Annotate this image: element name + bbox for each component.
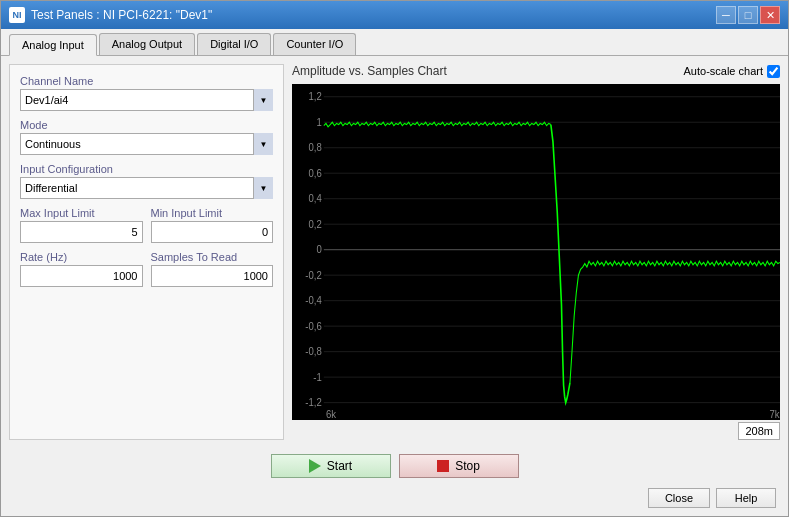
samples-label: Samples To Read: [151, 251, 274, 263]
chart-title: Amplitude vs. Samples Chart: [292, 64, 447, 78]
rate-samples-row: Rate (Hz) Samples To Read: [20, 251, 273, 287]
svg-text:-1: -1: [313, 371, 322, 382]
mode-dropdown-wrapper: Continuous ▼: [20, 133, 273, 155]
svg-text:1: 1: [316, 116, 322, 127]
footer-buttons: Close Help: [1, 484, 788, 516]
chart-svg: 1,2 1 0,8 0,6 0,4 0,2 0 -0,2 -0,4 -0,6 -…: [292, 84, 780, 420]
mode-dropdown[interactable]: Continuous: [20, 133, 273, 155]
close-window-button[interactable]: ✕: [760, 6, 780, 24]
left-panel: Channel Name Dev1/ai4 ▼ Mode Continuous …: [9, 64, 284, 440]
svg-text:-0,8: -0,8: [305, 346, 322, 357]
chart-header: Amplitude vs. Samples Chart Auto-scale c…: [292, 64, 780, 78]
close-button[interactable]: Close: [648, 488, 710, 508]
chart-inner: 1,2 1 0,8 0,6 0,4 0,2 0 -0,2 -0,4 -0,6 -…: [292, 84, 780, 420]
input-config-group: Input Configuration Differential ▼: [20, 163, 273, 199]
rate-label: Rate (Hz): [20, 251, 143, 263]
help-button[interactable]: Help: [716, 488, 776, 508]
svg-text:6k: 6k: [326, 408, 336, 419]
title-bar-controls: ─ □ ✕: [716, 6, 780, 24]
title-bar-left: NI Test Panels : NI PCI-6221: "Dev1": [9, 7, 212, 23]
tab-digital-io[interactable]: Digital I/O: [197, 33, 271, 55]
svg-text:-0,4: -0,4: [305, 295, 322, 306]
tab-bar: Analog Input Analog Output Digital I/O C…: [1, 29, 788, 56]
window-title: Test Panels : NI PCI-6221: "Dev1": [31, 8, 212, 22]
channel-name-dropdown-wrapper: Dev1/ai4 ▼: [20, 89, 273, 111]
channel-name-label: Channel Name: [20, 75, 273, 87]
svg-text:7k: 7k: [769, 408, 779, 419]
maximize-button[interactable]: □: [738, 6, 758, 24]
svg-text:0,4: 0,4: [308, 193, 322, 204]
samples-field[interactable]: [151, 265, 274, 287]
play-icon: [309, 459, 321, 473]
min-input-group: Min Input Limit: [151, 207, 274, 243]
title-bar: NI Test Panels : NI PCI-6221: "Dev1" ─ □…: [1, 1, 788, 29]
action-buttons: Start Stop: [1, 448, 788, 484]
samples-group: Samples To Read: [151, 251, 274, 287]
chart-timestamp-row: 208m: [292, 420, 780, 440]
autoscale-text: Auto-scale chart: [684, 65, 763, 77]
mode-label: Mode: [20, 119, 273, 131]
autoscale-label: Auto-scale chart: [684, 65, 780, 78]
main-content: Channel Name Dev1/ai4 ▼ Mode Continuous …: [1, 56, 788, 448]
svg-text:0,6: 0,6: [308, 167, 322, 178]
svg-text:-1,2: -1,2: [305, 397, 322, 408]
min-input-field[interactable]: [151, 221, 274, 243]
stop-button[interactable]: Stop: [399, 454, 519, 478]
rate-group: Rate (Hz): [20, 251, 143, 287]
max-input-group: Max Input Limit: [20, 207, 143, 243]
chart-timestamp: 208m: [738, 422, 780, 440]
chart-container: 1,2 1 0,8 0,6 0,4 0,2 0 -0,2 -0,4 -0,6 -…: [292, 84, 780, 440]
input-config-dropdown-wrapper: Differential ▼: [20, 177, 273, 199]
limits-row: Max Input Limit Min Input Limit: [20, 207, 273, 243]
svg-text:0: 0: [316, 244, 322, 255]
tab-analog-input[interactable]: Analog Input: [9, 34, 97, 56]
svg-text:0,8: 0,8: [308, 142, 322, 153]
tab-analog-output[interactable]: Analog Output: [99, 33, 195, 55]
input-config-label: Input Configuration: [20, 163, 273, 175]
stop-icon: [437, 460, 449, 472]
channel-name-dropdown[interactable]: Dev1/ai4: [20, 89, 273, 111]
svg-text:0,2: 0,2: [308, 218, 322, 229]
max-input-field[interactable]: [20, 221, 143, 243]
mode-group: Mode Continuous ▼: [20, 119, 273, 155]
rate-field[interactable]: [20, 265, 143, 287]
start-button[interactable]: Start: [271, 454, 391, 478]
min-input-label: Min Input Limit: [151, 207, 274, 219]
tab-counter-io[interactable]: Counter I/O: [273, 33, 356, 55]
svg-text:-0,2: -0,2: [305, 269, 322, 280]
app-icon: NI: [9, 7, 25, 23]
minimize-button[interactable]: ─: [716, 6, 736, 24]
svg-text:1,2: 1,2: [308, 91, 322, 102]
right-panel: Amplitude vs. Samples Chart Auto-scale c…: [292, 64, 780, 440]
start-label: Start: [327, 459, 352, 473]
main-window: NI Test Panels : NI PCI-6221: "Dev1" ─ □…: [0, 0, 789, 517]
stop-label: Stop: [455, 459, 480, 473]
svg-text:-0,6: -0,6: [305, 320, 322, 331]
max-input-label: Max Input Limit: [20, 207, 143, 219]
autoscale-checkbox[interactable]: [767, 65, 780, 78]
channel-name-group: Channel Name Dev1/ai4 ▼: [20, 75, 273, 111]
input-config-dropdown[interactable]: Differential: [20, 177, 273, 199]
